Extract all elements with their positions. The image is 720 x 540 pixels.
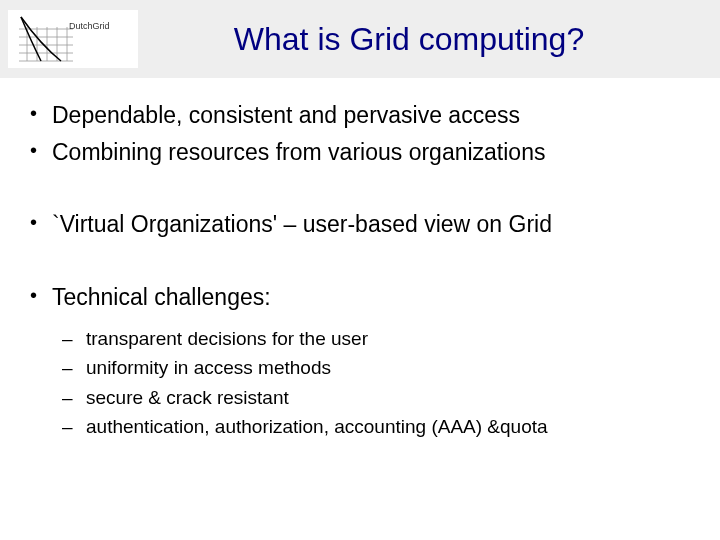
header-band: DutchGrid What is Grid computing? bbox=[0, 0, 720, 78]
bullet-item: Technical challenges: transparent decisi… bbox=[52, 280, 690, 442]
bullet-item: Dependable, consistent and pervasive acc… bbox=[52, 98, 690, 133]
sub-bullet-item: secure & crack resistant bbox=[70, 383, 690, 412]
logo-dutchgrid: DutchGrid bbox=[8, 10, 138, 68]
bullet-item: Combining resources from various organiz… bbox=[52, 135, 690, 170]
sub-bullet-item: transparent decisions for the user bbox=[70, 324, 690, 353]
sub-bullet-item: uniformity in access methods bbox=[70, 353, 690, 382]
bullet-label: Technical challenges: bbox=[52, 284, 271, 310]
slide-content: Dependable, consistent and pervasive acc… bbox=[0, 78, 720, 442]
logo-text: DutchGrid bbox=[69, 21, 110, 31]
bullet-item: `Virtual Organizations' – user-based vie… bbox=[52, 207, 690, 242]
slide-title: What is Grid computing? bbox=[138, 21, 720, 58]
sub-bullet-item: authentication, authorization, accountin… bbox=[70, 412, 690, 441]
